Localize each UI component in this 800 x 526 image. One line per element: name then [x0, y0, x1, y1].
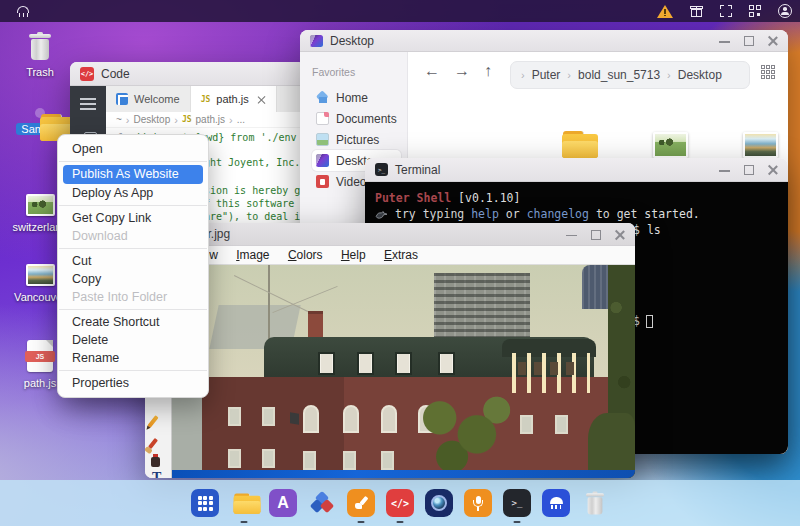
dock-recorder-icon[interactable]	[464, 489, 492, 517]
selection-highlight	[35, 108, 45, 118]
code-line: f this software an	[204, 198, 305, 209]
desktop-icon-trash[interactable]: Trash	[6, 32, 74, 78]
menu-colors[interactable]: Colors	[288, 246, 323, 265]
menu-item-copy[interactable]: Copy	[58, 270, 208, 288]
puter-logo-icon	[549, 496, 564, 510]
image-viewer-titlebar[interactable]: Vancouver.jpg	[145, 223, 635, 246]
sidebar-item-pictures[interactable]: Pictures	[312, 129, 401, 150]
sidebar-item-documents[interactable]: Documents	[312, 108, 401, 129]
breadcrumb-desktop[interactable]: Desktop	[678, 68, 722, 82]
app-launcher-icon[interactable]	[191, 489, 219, 517]
account-icon[interactable]	[778, 4, 792, 18]
gift-icon[interactable]	[690, 5, 703, 18]
taskbar: A </> >_	[0, 480, 800, 526]
image-thumbnail-icon	[743, 132, 778, 158]
menu-separator	[59, 309, 207, 310]
menu-item-publish-as-website[interactable]: Publish As Website	[63, 165, 203, 184]
maximize-icon[interactable]	[590, 229, 601, 240]
menu-hamburger-icon[interactable]	[80, 98, 96, 110]
image-canvas[interactable]	[172, 265, 635, 478]
pencil-tool-icon[interactable]	[147, 415, 158, 428]
arched-window	[381, 405, 397, 433]
menu-item-properties[interactable]: Properties	[58, 374, 208, 392]
close-icon[interactable]	[614, 229, 625, 240]
menu-image[interactable]: Image	[236, 246, 269, 265]
dock-camera-icon[interactable]	[425, 489, 453, 517]
minimize-icon[interactable]	[719, 164, 730, 175]
text-tool-icon[interactable]: T	[152, 471, 161, 478]
arched-window	[303, 405, 319, 433]
desktop-folder-icon	[310, 35, 323, 47]
ink-tool-icon[interactable]	[151, 457, 160, 467]
dock-blocks-icon[interactable]	[308, 489, 336, 517]
dock-text-editor-icon[interactable]: A	[269, 489, 297, 517]
up-arrow-icon[interactable]: ↑	[484, 62, 492, 80]
bird-icon	[375, 209, 388, 220]
dock-trash-icon[interactable]	[581, 489, 609, 517]
menu-item-deploy-as-app[interactable]: Deploy As App	[58, 184, 208, 202]
terminal-command-line: $ ls	[633, 222, 661, 238]
dormer-window	[438, 352, 455, 375]
menu-item-open[interactable]: Open	[58, 140, 208, 158]
shell-hint: try typing help or changelog to get star…	[375, 206, 778, 222]
maximize-icon[interactable]	[743, 164, 754, 175]
breadcrumb[interactable]: › Puter › bold_sun_5713 › Desktop	[510, 61, 750, 89]
dock-files-icon[interactable]	[230, 489, 258, 517]
code-window-titlebar[interactable]: </> Code	[70, 62, 305, 86]
paintbrush-icon	[354, 496, 368, 510]
dock-puter-icon[interactable]	[542, 489, 570, 517]
editor-breadcrumb: ~› Desktop› JS path.js› ...	[106, 112, 305, 128]
fullscreen-icon[interactable]	[720, 5, 732, 17]
close-tab-icon[interactable]	[257, 95, 266, 104]
desktop-icon-sample[interactable]: Sample	[6, 108, 74, 135]
editor-tabbar: Welcome JS path.js	[106, 86, 305, 112]
menu-separator	[59, 248, 207, 249]
dock-paint-icon[interactable]	[347, 489, 375, 517]
pictures-icon	[316, 133, 329, 146]
js-icon: JS	[201, 95, 211, 104]
qr-code-icon[interactable]	[749, 5, 761, 17]
window	[262, 449, 275, 468]
dock-code-icon[interactable]: </>	[386, 489, 414, 517]
file-manager-titlebar[interactable]: Desktop	[300, 30, 788, 52]
menu-item-paste-into-folder: Paste Into Folder	[58, 288, 208, 306]
desktop-icon-label: path.js	[24, 377, 56, 389]
flag	[290, 412, 299, 424]
brush-tool-icon[interactable]	[148, 438, 158, 449]
terminal-prompt[interactable]: $	[633, 313, 653, 329]
menu-item-delete[interactable]: Delete	[58, 331, 208, 349]
breadcrumb-puter[interactable]: Puter	[532, 68, 561, 82]
running-indicator	[397, 521, 404, 524]
menu-item-create-shortcut[interactable]: Create Shortcut	[58, 313, 208, 331]
menu-help[interactable]: Help	[341, 246, 366, 265]
menu-item-cut[interactable]: Cut	[58, 252, 208, 270]
minimize-icon[interactable]	[566, 229, 577, 240]
menu-item-rename[interactable]: Rename	[58, 349, 208, 367]
minimize-icon[interactable]	[719, 35, 730, 46]
menu-separator	[59, 205, 207, 206]
tab-pathjs[interactable]: JS path.js	[191, 86, 277, 112]
warning-icon[interactable]	[657, 5, 673, 18]
tab-welcome[interactable]: Welcome	[106, 86, 191, 112]
close-icon[interactable]	[767, 35, 778, 46]
dock-terminal-icon[interactable]: >_	[503, 489, 531, 517]
chevron-icon: ›	[567, 69, 571, 81]
puter-logo-icon[interactable]	[16, 5, 31, 18]
image-thumbnail-icon	[26, 264, 55, 286]
maximize-icon[interactable]	[743, 35, 754, 46]
menu-item-get-copy-link[interactable]: Get Copy Link	[58, 209, 208, 227]
forward-arrow-icon[interactable]: →	[454, 62, 470, 80]
terminal-titlebar[interactable]: >_ Terminal	[365, 158, 788, 182]
videos-icon	[316, 175, 329, 188]
dormer-window	[395, 352, 412, 375]
grid-view-icon[interactable]	[761, 65, 776, 80]
js-file-icon: JS	[27, 340, 53, 372]
home-icon	[316, 91, 329, 104]
window	[303, 451, 316, 470]
breadcrumb-user[interactable]: bold_sun_5713	[578, 68, 660, 82]
close-icon[interactable]	[767, 164, 778, 175]
sidebar-item-home[interactable]: Home	[312, 87, 401, 108]
menu-extras[interactable]: Extras	[384, 246, 418, 265]
tree	[588, 413, 635, 478]
back-arrow-icon[interactable]: ←	[424, 62, 440, 80]
